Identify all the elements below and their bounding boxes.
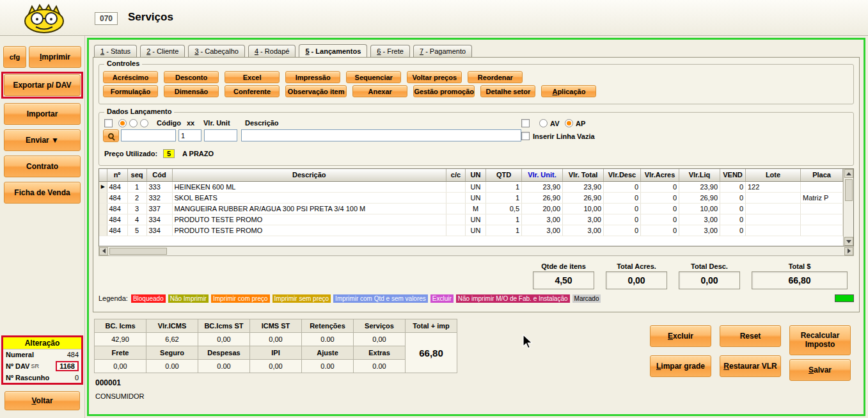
cell-vend[interactable]: 0 <box>720 214 746 225</box>
enviar-button[interactable]: Enviar ▼ <box>4 129 81 151</box>
cell-qtd[interactable]: 1 <box>486 225 522 236</box>
ficha-venda-button[interactable]: Ficha de Venda <box>4 182 81 204</box>
cell-cc[interactable] <box>446 203 466 214</box>
cell-vlr-acres[interactable]: 0 <box>641 181 679 192</box>
cell-descricao[interactable]: PRODUTO TESTE PROMO <box>172 214 446 225</box>
reordenar-button[interactable]: Reordenar <box>468 71 523 83</box>
av-radio[interactable] <box>539 119 548 127</box>
cell-vlr-desc[interactable]: 0 <box>604 225 641 236</box>
col-vend-header[interactable]: VEND <box>720 169 746 181</box>
grid-vertical-scrollbar[interactable] <box>843 169 853 246</box>
cell-vlr-acres[interactable]: 0 <box>641 203 679 214</box>
importar-button[interactable]: Importar <box>4 103 81 125</box>
cell-lote[interactable] <box>746 192 801 203</box>
cell-no[interactable]: 484 <box>107 203 127 214</box>
cell-placa[interactable] <box>801 225 843 236</box>
cell-seq[interactable]: 4 <box>127 214 146 225</box>
col-un-header[interactable]: UN <box>466 169 486 181</box>
gestao-promocao-button[interactable]: Gestão promoção <box>413 85 475 97</box>
grid-row[interactable]: 484 3 337 MANGUEIRA RUBBER AR/AGUA 300 P… <box>99 203 843 214</box>
tab-status[interactable]: 1 - Status <box>94 45 137 58</box>
modo-radio-1[interactable] <box>118 119 127 127</box>
col-qtd-header[interactable]: QTD <box>486 169 522 181</box>
col-vlr-acres-header[interactable]: Vlr.Acres <box>641 169 679 181</box>
voltar-button[interactable]: Voltar <box>4 391 80 410</box>
aplicacao-button[interactable]: Aplicação <box>541 85 596 97</box>
formulacao-button[interactable]: Formulação <box>103 85 158 97</box>
search-button[interactable] <box>103 129 119 142</box>
cell-vlr-acres[interactable]: 0 <box>641 192 679 203</box>
col-vlr-total-header[interactable]: Vlr. Total <box>563 169 604 181</box>
cell-no[interactable]: 484 <box>107 214 127 225</box>
cell-vlr-total[interactable]: 10,00 <box>563 203 604 214</box>
cell-vlr-desc[interactable]: 0 <box>604 214 641 225</box>
scroll-right-button[interactable] <box>844 247 853 255</box>
cell-vend[interactable]: 0 <box>720 225 746 236</box>
grid-row[interactable]: 484 4 334 PRODUTO TESTE PROMO UN 1 3,00 … <box>99 214 843 225</box>
cell-seq[interactable]: 2 <box>127 192 146 203</box>
cell-un[interactable]: UN <box>466 181 486 192</box>
cell-lote[interactable] <box>746 214 801 225</box>
reset-button[interactable]: Reset <box>720 325 781 347</box>
cell-qtd[interactable]: 1 <box>486 192 522 203</box>
anexar-button[interactable]: Anexar <box>352 85 407 97</box>
cell-descricao[interactable]: HEINEKEN 600 ML <box>172 181 446 192</box>
grid-row[interactable]: ▶ 484 1 333 HEINEKEN 600 ML UN 1 23,90 <box>99 181 843 192</box>
cell-vlr-total[interactable]: 23,90 <box>563 181 604 192</box>
cell-vlr-liq[interactable]: 26,90 <box>679 192 720 203</box>
grid-row[interactable]: 484 2 332 SKOL BEATS UN 1 26,90 26,90 <box>99 192 843 203</box>
descricao-input[interactable] <box>241 129 521 141</box>
modo-radio-3[interactable] <box>140 119 148 127</box>
col-cod-header[interactable]: Cód <box>146 169 172 181</box>
exportar-dav-button[interactable]: Exportar p/ DAV <box>4 74 81 96</box>
cell-cod[interactable]: 332 <box>146 192 172 203</box>
cell-lote[interactable] <box>746 203 801 214</box>
cfg-button[interactable]: cfg <box>3 46 26 68</box>
imprimir-button[interactable]: Imprimir <box>29 46 81 68</box>
cell-vlr-desc[interactable]: 0 <box>604 203 641 214</box>
cell-qtd[interactable]: 0,5 <box>486 203 522 214</box>
cell-vlr-total[interactable]: 26,90 <box>563 192 604 203</box>
col-seq-header[interactable]: seq <box>127 169 146 181</box>
observacao-item-button[interactable]: Observação item <box>285 85 347 97</box>
excel-button[interactable]: Excel <box>225 71 280 83</box>
cell-descricao[interactable]: MANGUEIRA RUBBER AR/AGUA 300 PSI PRETA 3… <box>172 203 446 214</box>
right-option-checkbox[interactable] <box>521 119 530 127</box>
voltar-precos-button[interactable]: Voltar preços <box>407 71 462 83</box>
detalhe-setor-button[interactable]: Detalhe setor <box>480 85 535 97</box>
modo-radio-2[interactable] <box>129 119 138 127</box>
cell-vlr-unit[interactable]: 23,90 <box>522 181 563 192</box>
cell-seq[interactable]: 3 <box>127 203 146 214</box>
vlr-unit-input[interactable] <box>204 129 237 141</box>
cell-vlr-unit[interactable]: 26,90 <box>522 192 563 203</box>
cell-vlr-liq[interactable]: 3,00 <box>679 225 720 236</box>
cell-lote[interactable] <box>746 225 801 236</box>
excluir-button[interactable]: Excluir <box>650 325 711 347</box>
cell-cc[interactable] <box>446 225 466 236</box>
tab-pagamento[interactable]: 7 - Pagamento <box>413 45 472 58</box>
tab-cabecalho[interactable]: 3 - Cabeçalho <box>188 45 245 58</box>
dimensao-button[interactable]: Dimensão <box>164 85 219 97</box>
inserir-linha-checkbox[interactable] <box>521 132 530 140</box>
cell-seq[interactable]: 1 <box>127 181 146 192</box>
col-vlr-liq-header[interactable]: Vlr.Liq <box>679 169 720 181</box>
conferente-button[interactable]: Conferente <box>225 85 280 97</box>
cell-vend[interactable]: 0 <box>720 181 746 192</box>
lancamento-checkbox[interactable] <box>104 119 113 127</box>
cell-descricao[interactable]: PRODUTO TESTE PROMO <box>172 225 446 236</box>
scroll-down-button[interactable] <box>844 237 853 246</box>
cell-vlr-liq[interactable]: 23,90 <box>679 181 720 192</box>
cell-vlr-unit[interactable]: 3,00 <box>522 214 563 225</box>
cell-no[interactable]: 484 <box>107 192 127 203</box>
contrato-button[interactable]: Contrato <box>4 156 81 177</box>
tab-rodape[interactable]: 4 - Rodapé <box>248 45 296 58</box>
col-cc-header[interactable]: c/c <box>446 169 466 181</box>
cell-placa[interactable] <box>801 203 843 214</box>
desconto-button[interactable]: Desconto <box>164 71 219 83</box>
cell-lote[interactable]: 122 <box>746 181 801 192</box>
salvar-button[interactable]: Salvar <box>789 359 851 381</box>
sequenciar-button[interactable]: Sequenciar <box>346 71 401 83</box>
tab-cliente[interactable]: 2 - Cliente <box>140 45 185 58</box>
cell-vlr-acres[interactable]: 0 <box>641 225 679 236</box>
col-lote-header[interactable]: Lote <box>746 169 801 181</box>
